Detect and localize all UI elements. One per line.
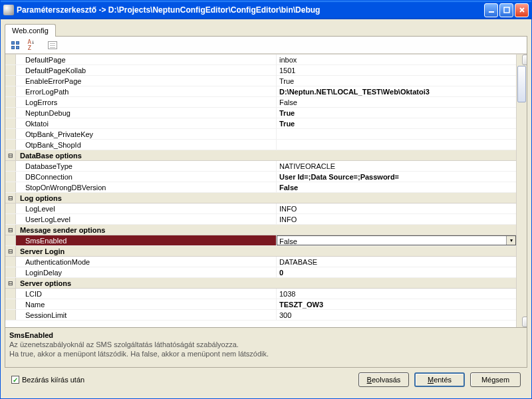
tab-strip: Web.config [5,23,527,36]
property-row[interactable]: OktatoiTrue [5,118,516,129]
expand-gutter[interactable]: ⊟ [5,150,16,160]
category-row[interactable]: ⊟Server Login [5,246,516,257]
svg-rect-0 [489,11,494,13]
property-row[interactable]: DefaultPageKollab1501 [5,65,516,76]
property-name: DefaultPageKollab [16,65,277,75]
property-value[interactable]: True [277,76,516,86]
property-value[interactable]: True [277,108,516,118]
property-name: Server options [16,278,516,288]
bottom-bar: ✓ Bezárás kiírás után Beolvasás Mentés M… [5,368,527,394]
property-name: AuthenticationMode [16,257,277,267]
expand-gutter [5,182,16,192]
titlebar[interactable]: Paraméterszerkesztő -> D:\Projects\Neptu… [1,1,531,19]
maximize-button[interactable] [499,3,513,17]
expand-gutter [5,310,16,320]
expand-gutter [5,86,16,96]
scroll-thumb[interactable] [517,66,526,102]
property-row[interactable]: EnableErrorPageTrue [5,76,516,86]
expand-gutter [5,267,16,277]
property-name: OtpBank_PrivateKey [16,129,277,139]
close-button[interactable] [515,3,529,17]
property-value[interactable]: D:\Neptun.NET\LOCAL_TEST\Web\Oktatoi3 [277,86,516,96]
property-name: LogLevel [16,203,277,213]
expand-gutter[interactable]: ⊟ [5,225,16,235]
property-row[interactable]: LoginDelay0 [5,267,516,278]
property-value[interactable] [277,129,516,139]
expand-gutter [5,172,16,182]
dropdown-icon[interactable]: ▾ [506,236,515,245]
description-panel: SmsEnabled Az üzenetszabályoknál az SMS … [5,327,527,367]
scrollbar[interactable]: ▲ ▼ [516,55,527,327]
property-row[interactable]: SmsEnabledFalse▾ [5,235,516,246]
property-grid[interactable]: DefaultPageinboxDefaultPageKollab1501Ena… [5,55,516,327]
property-pages-button[interactable] [45,38,60,53]
close-after-save-checkbox[interactable]: ✓ Bezárás kiírás után [11,376,84,384]
expand-gutter [5,203,16,213]
property-name: UserLogLevel [16,214,277,224]
property-value[interactable]: INFO [277,203,516,213]
property-row[interactable]: NeptunDebugTrue [5,108,516,118]
property-row[interactable]: OtpBank_PrivateKey [5,129,516,140]
load-button[interactable]: Beolvasás [358,372,409,387]
expand-gutter[interactable]: ⊟ [5,193,16,203]
property-row[interactable]: DatabaseTypeNATIVEORACLE [5,161,516,172]
property-row[interactable]: NameTESZT_OW3 [5,299,516,310]
expand-gutter [5,161,16,171]
property-value[interactable]: False▾ [277,235,516,245]
property-name: SessionLimit [16,310,277,320]
cancel-button[interactable]: Mégsem [470,372,521,387]
property-name: ErrorLogPath [16,86,277,96]
property-value[interactable]: TESZT_OW3 [277,299,516,309]
property-value[interactable]: NATIVEORACLE [277,161,516,171]
property-value[interactable] [277,140,516,150]
property-name: Log options [16,193,516,203]
property-row[interactable]: DefaultPageinbox [5,55,516,65]
category-row[interactable]: ⊟DataBase options [5,150,516,161]
property-value[interactable]: 300 [277,310,516,320]
property-value[interactable]: True [277,118,516,128]
expand-gutter[interactable]: ⊟ [5,246,16,256]
category-row[interactable]: ⊟Server options [5,278,516,289]
property-value[interactable]: inbox [277,55,516,65]
property-value[interactable]: False [277,97,516,107]
property-value[interactable]: DATABASE [277,257,516,267]
expand-gutter [5,76,16,86]
property-value[interactable]: INFO [277,214,516,224]
category-row[interactable]: ⊟Log options [5,193,516,203]
property-row[interactable]: UserLogLevelINFO [5,214,516,225]
alphabetical-button[interactable]: A↓Z [24,38,39,53]
scroll-up-button[interactable]: ▲ [522,55,527,65]
property-row[interactable]: LogErrorsFalse [5,97,516,108]
property-grid-toolbar: A↓Z [5,37,527,54]
page-icon [48,41,57,49]
save-button[interactable]: Mentés [414,372,465,387]
property-row[interactable]: DBConnectionUser Id=;Data Source=;Passwo… [5,172,516,182]
categorized-button[interactable] [8,38,23,53]
property-value[interactable]: 1501 [277,65,516,75]
property-value[interactable]: 0 [277,267,516,277]
property-value[interactable]: False [277,182,516,192]
property-row[interactable]: OtpBank_ShopId [5,140,516,150]
expand-gutter [5,118,16,128]
property-row[interactable]: StopOnWrongDBVersionFalse [5,182,516,193]
property-name: StopOnWrongDBVersion [16,182,277,192]
property-value[interactable]: User Id=;Data Source=;Password= [277,172,516,182]
property-value[interactable]: 1038 [277,289,516,299]
scroll-down-button[interactable]: ▼ [522,317,527,327]
checkbox-icon: ✓ [11,376,19,384]
property-row[interactable]: AuthenticationModeDATABASE [5,257,516,267]
property-row[interactable]: LCID1038 [5,289,516,299]
property-name: DefaultPage [16,55,277,65]
expand-gutter [5,235,16,245]
property-name: Oktatoi [16,118,277,128]
property-row[interactable]: LogLevelINFO [5,203,516,214]
expand-gutter [5,129,16,139]
property-row[interactable]: ErrorLogPathD:\Neptun.NET\LOCAL_TEST\Web… [5,86,516,97]
category-row[interactable]: ⊟Message sender options [5,225,516,235]
expand-gutter[interactable]: ⊟ [5,278,16,288]
property-name: DatabaseType [16,161,277,171]
property-row[interactable]: SessionLimit300 [5,310,516,321]
tab-webconfig[interactable]: Web.config [5,24,56,37]
property-name: DataBase options [16,150,516,160]
minimize-button[interactable] [484,3,498,17]
